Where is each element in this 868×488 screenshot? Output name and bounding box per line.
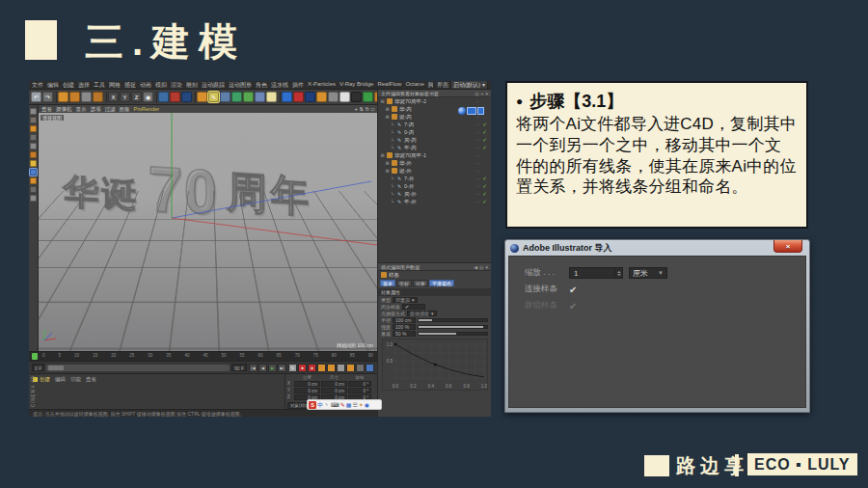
toolbar-render-picture-icon[interactable]	[170, 92, 180, 102]
viewport[interactable]: 查看摄像机显示选项过滤面板 ProRender +⇅↻□ 透视视图 华诞 70 …	[39, 105, 377, 351]
toolbar-lock-z-icon[interactable]: Z	[131, 92, 142, 102]
timeline-ruler[interactable]: 051015202530354045505560657075808590	[29, 351, 377, 361]
layer-dots-icon[interactable]: ··	[476, 176, 479, 181]
object-manager-menu-item[interactable]: 文件	[381, 91, 391, 96]
c4d-menu-item[interactable]: Octane	[405, 81, 423, 90]
enabled-check-icon[interactable]: ✓	[481, 137, 488, 143]
c4d-menu-item[interactable]: 脚本	[428, 81, 433, 90]
c4d-menu-item[interactable]: RealFlow	[377, 81, 401, 90]
enabled-check-icon[interactable]: ✓	[481, 176, 488, 181]
c4d-menu-item[interactable]: 运动图形	[229, 81, 252, 90]
keyframe-button[interactable]: ●	[308, 364, 316, 372]
toolbar-material-black-icon[interactable]	[351, 92, 362, 102]
enabled-check-icon[interactable]: ✓	[481, 183, 488, 189]
ime-icon[interactable]: ▦	[346, 402, 352, 408]
object-tree-row[interactable]: └✎7-外··✓	[378, 175, 491, 182]
viewport-nav-icons[interactable]: +⇅↻□	[355, 106, 374, 112]
coords-value-field[interactable]: 0 cm	[321, 388, 347, 393]
object-tree-row[interactable]: └✎0-内··✓	[378, 128, 491, 136]
object-tree-row[interactable]: └✎0-外··✓	[378, 182, 491, 190]
expand-icon[interactable]: ⊞	[380, 152, 385, 158]
lefttool-workplane-icon[interactable]	[30, 186, 37, 193]
c4d-menu-item[interactable]: 流水线	[271, 81, 288, 90]
ime-icon[interactable]: ✦	[359, 402, 364, 408]
attribute-corner-icon[interactable]: ◀	[474, 264, 477, 270]
lefttool-texture-icon[interactable]	[30, 177, 37, 184]
lefttool-model-mode-icon[interactable]	[30, 169, 37, 176]
toolbar-render-settings-icon[interactable]	[181, 92, 192, 102]
toolbar-move-icon[interactable]	[58, 92, 68, 102]
object-manager-menu-item[interactable]: 编辑	[391, 91, 400, 96]
enabled-check-icon[interactable]: ✓	[481, 122, 488, 127]
ime-icon[interactable]: S	[309, 401, 316, 409]
layer-dots-icon[interactable]: ··	[476, 183, 479, 189]
toolbar-redo-icon[interactable]: ↷	[42, 92, 53, 102]
falloff-curve[interactable]: 0.00.20.40.60.81.01.00.5	[382, 339, 488, 391]
lefttool-edges-icon[interactable]	[30, 151, 37, 158]
enabled-check-icon[interactable]: ✓	[481, 191, 488, 197]
toolbar-lock-y-icon[interactable]: Y	[120, 92, 130, 102]
toolbar-last-tool-icon[interactable]	[93, 92, 103, 102]
expand-icon[interactable]: ⊞	[380, 98, 385, 104]
slider-track[interactable]	[418, 318, 488, 322]
viewport-menu-item[interactable]: 过滤	[105, 106, 116, 113]
object-tree-row[interactable]: ⊞华-外··	[378, 159, 491, 167]
attribute-value[interactable]: 自动适应▾	[407, 311, 437, 316]
toolbar-render-view-icon[interactable]	[158, 92, 169, 102]
keyframe-button[interactable]	[356, 364, 365, 372]
c4d-menu-item[interactable]: 捕捉	[124, 81, 136, 90]
coords-value-field[interactable]: 0 cm	[321, 381, 347, 387]
c4d-menu-item[interactable]: 动画	[140, 81, 151, 90]
toolbar-light-icon[interactable]	[266, 92, 277, 102]
object-manager-menu-item[interactable]: 查看	[400, 91, 410, 96]
layer-dots-icon[interactable]: ··	[476, 160, 479, 166]
object-tree-row[interactable]: └✎年-内··✓	[378, 144, 491, 151]
enabled-check-icon[interactable]: ✓	[481, 145, 488, 150]
c4d-menu-item[interactable]: 插件	[292, 81, 304, 90]
coords-value-field[interactable]: 0 cm	[294, 388, 320, 393]
lefttool-snap-icon[interactable]	[30, 195, 37, 202]
keyframe-button[interactable]	[366, 364, 374, 372]
layer-dots-icon[interactable]: ··	[476, 152, 479, 158]
toolbar-subdivision-icon[interactable]	[231, 92, 242, 102]
layer-dots-icon[interactable]: ··	[476, 98, 479, 104]
layout-dropdown[interactable]: 启动(默认)▾	[450, 81, 488, 90]
toolbar-material-orange-icon[interactable]	[316, 92, 327, 102]
c4d-menu-item[interactable]: 创建	[63, 81, 74, 90]
toolbar-camera-icon[interactable]	[255, 92, 265, 102]
expand-icon[interactable]: ⊞	[385, 160, 390, 166]
transport-button[interactable]: ▶|	[278, 364, 286, 372]
material-menu-item[interactable]: 功能	[70, 376, 81, 383]
attribute-corner-icon[interactable]: ◎	[479, 264, 483, 270]
enabled-check-icon[interactable]: ✓	[481, 199, 488, 204]
toolbar-lock-x-icon[interactable]: X	[108, 92, 119, 102]
layer-dots-icon[interactable]: ··	[476, 191, 479, 197]
object-tree-row[interactable]: ⊞诞-外··	[378, 167, 491, 175]
unit-select[interactable]: 厘米 ▼	[629, 267, 667, 279]
attribute-value[interactable]: ✔	[402, 304, 425, 310]
object-manager-corner-icon[interactable]: +	[481, 91, 484, 96]
toolbar-material-gray-icon[interactable]	[328, 92, 339, 102]
object-tree-row[interactable]: ⊞华诞70周年-2··	[378, 97, 491, 105]
c4d-menu-item[interactable]: 网格	[109, 81, 121, 90]
layer-dots-icon[interactable]: ··	[476, 145, 479, 150]
slider-value[interactable]: 50 %	[393, 331, 416, 337]
toolbar-environment-icon[interactable]	[363, 92, 373, 102]
toolbar-coord-system-icon[interactable]: ◉	[143, 92, 153, 102]
material-menu-item[interactable]: 编辑	[55, 376, 66, 383]
object-manager-corner-icon[interactable]: ▾	[485, 91, 488, 96]
layer-dots-icon[interactable]: ··	[476, 122, 479, 127]
lefttool-polygons-icon[interactable]	[30, 134, 37, 141]
timeline-playhead[interactable]	[32, 353, 38, 360]
c4d-menu-item[interactable]: 编辑	[47, 81, 59, 90]
attribute-tab[interactable]: 坐标	[396, 280, 412, 286]
object-tree-row[interactable]: └✎年-外··✓	[378, 198, 491, 205]
c4d-menu-item[interactable]: 角色	[256, 81, 267, 90]
object-tree-row[interactable]: └✎7-内··✓	[378, 121, 491, 128]
ime-toolbar[interactable]: S中丶⌨✎▦☰✦◉	[307, 399, 382, 410]
c4d-menu-item[interactable]: V-Ray Bridge	[339, 81, 373, 90]
attribute-menu-item[interactable]: 用户数据	[400, 264, 420, 270]
c4d-menu-item[interactable]: X-Particles	[308, 81, 336, 90]
lefttool-corner-icon[interactable]	[30, 160, 37, 167]
lefttool-brush-icon[interactable]	[30, 117, 37, 123]
